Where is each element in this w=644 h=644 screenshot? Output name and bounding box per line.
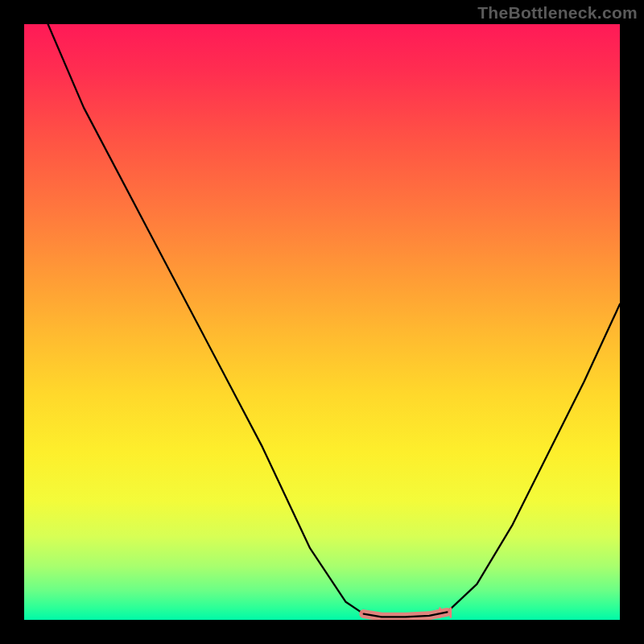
chart-frame: TheBottleneck.com	[0, 0, 644, 644]
line-left-branch	[48, 24, 364, 614]
curve-svg	[24, 24, 620, 620]
line-right-branch	[447, 304, 620, 613]
watermark-text: TheBottleneck.com	[477, 3, 638, 23]
plot-area	[24, 24, 620, 620]
